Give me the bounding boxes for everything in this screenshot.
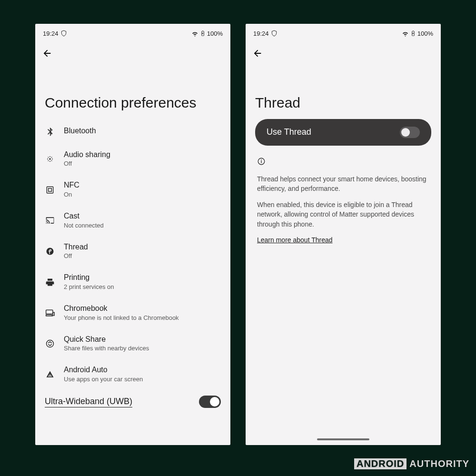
item-title: Audio sharing (64, 150, 110, 160)
item-title: NFC (64, 180, 79, 190)
item-subtitle: Use apps on your car screen (64, 376, 143, 384)
settings-item-thread[interactable]: ThreadOff (35, 236, 230, 267)
item-subtitle: 2 print services on (64, 283, 114, 291)
print-icon (45, 277, 55, 288)
battery-icon (410, 30, 416, 37)
item-title: Printing (64, 273, 114, 283)
settings-item-nfc[interactable]: NFCOn (35, 174, 230, 205)
settings-item-androidauto[interactable]: Android AutoUse apps on your car screen (35, 359, 230, 390)
settings-item-audioshare[interactable]: Audio sharingOff (35, 144, 230, 175)
shield-icon (60, 30, 67, 37)
wifi-icon (402, 30, 409, 37)
nfc-icon (45, 185, 55, 195)
screenshot-thread: 19:24 100% Thread Use Thread Thread help… (246, 24, 441, 445)
item-subtitle: Share files with nearby devices (64, 345, 149, 353)
settings-item-cast[interactable]: CastNot connected (35, 205, 230, 236)
back-button[interactable] (252, 48, 263, 59)
page-title: Thread (246, 60, 441, 119)
watermark: ANDROIDAUTHORITY (354, 458, 469, 469)
status-time: 19:24 (253, 30, 269, 37)
item-subtitle: On (64, 191, 79, 199)
item-title: Cast (64, 211, 104, 221)
settings-list: BluetoothAudio sharingOffNFCOnCastNot co… (35, 119, 230, 390)
use-thread-label: Use Thread (267, 127, 311, 137)
gesture-nav-bar (246, 438, 441, 440)
status-bar: 19:24 100% (35, 24, 230, 39)
thread-info-text: Thread helps connect your smart home dev… (257, 174, 429, 229)
item-title: Chromebook (64, 304, 179, 314)
arrow-back-icon (252, 48, 263, 59)
wifi-icon (191, 30, 198, 37)
item-subtitle: Off (64, 252, 88, 260)
uwb-label: Ultra-Wideband (UWB) (45, 397, 132, 407)
item-title: Android Auto (64, 365, 143, 375)
androidauto-icon (45, 369, 55, 380)
settings-item-bluetooth[interactable]: Bluetooth (35, 119, 230, 144)
item-title: Bluetooth (64, 126, 96, 136)
status-bar: 19:24 100% (246, 24, 441, 39)
quickshare-icon (45, 338, 55, 349)
cast-icon (45, 215, 55, 226)
settings-item-quickshare[interactable]: Quick ShareShare files with nearby devic… (35, 328, 230, 359)
shield-icon (271, 30, 278, 37)
battery-icon (200, 30, 206, 37)
chromebook-icon (45, 307, 55, 318)
use-thread-toggle[interactable] (400, 127, 420, 138)
item-title: Quick Share (64, 335, 149, 345)
uwb-toggle[interactable] (199, 396, 221, 408)
info-icon (257, 159, 266, 167)
item-title: Thread (64, 242, 88, 252)
item-subtitle: Your phone is not linked to a Chromebook (64, 314, 179, 322)
status-battery: 100% (207, 30, 223, 37)
status-time: 19:24 (43, 30, 59, 37)
thread-icon (45, 246, 55, 257)
use-thread-pill[interactable]: Use Thread (255, 119, 431, 146)
uwb-row[interactable]: Ultra-Wideband (UWB) (35, 390, 230, 408)
back-button[interactable] (41, 48, 53, 59)
item-subtitle: Not connected (64, 222, 104, 230)
page-title: Connection preferences (35, 60, 230, 119)
audioshare-icon (45, 154, 55, 164)
bluetooth-icon (45, 126, 55, 137)
arrow-back-icon (42, 48, 52, 59)
settings-item-chromebook[interactable]: ChromebookYour phone is not linked to a … (35, 298, 230, 328)
screenshot-connection-preferences: 19:24 100% Connection preferences Blueto… (35, 24, 230, 445)
settings-item-print[interactable]: Printing2 print services on (35, 267, 230, 298)
item-subtitle: Off (64, 160, 110, 168)
learn-more-link[interactable]: Learn more about Thread (257, 236, 333, 244)
status-battery: 100% (417, 30, 433, 37)
